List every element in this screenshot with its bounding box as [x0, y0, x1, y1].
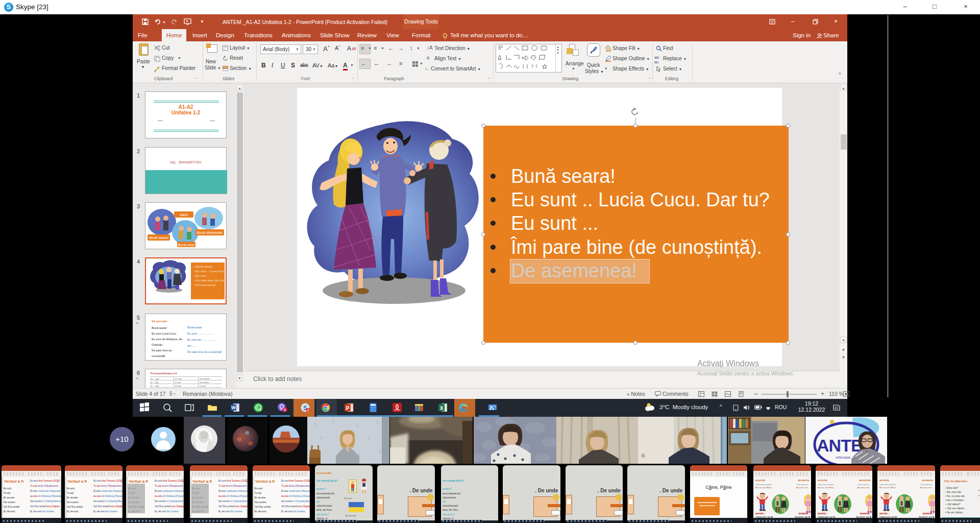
svg-text:• Îmi pare bine (de cunostinţă: • Îmi pare bine (de cunostinţă).: [194, 279, 226, 282]
svg-text:Bună ziua!: Bună ziua!: [178, 243, 194, 247]
svg-text:6: 6: [284, 408, 286, 412]
svg-text:X: X: [440, 406, 444, 411]
svg-text:• Eu sunt ...: • Eu sunt ...: [194, 274, 210, 277]
svg-text:• Eu sunt .. Lucia Cucu. Dar t: • Eu sunt .. Lucia Cucu. Dar tu?: [194, 270, 226, 273]
svg-text:Bună seara!: Bună seara!: [149, 236, 168, 240]
svg-text:• Bună seara!: • Bună seara!: [194, 265, 212, 268]
svg-text:P: P: [346, 406, 350, 411]
svg-text:Bună dimineata!: Bună dimineata!: [197, 231, 223, 234]
svg-text:W: W: [231, 405, 236, 410]
svg-text:• De asemenea!: • De asemenea!: [194, 283, 216, 287]
svg-text:4: 4: [307, 409, 309, 412]
svg-text:salut!: salut!: [180, 213, 188, 217]
svg-text:ATRAGEM...: ATRAGEM...: [836, 456, 853, 459]
